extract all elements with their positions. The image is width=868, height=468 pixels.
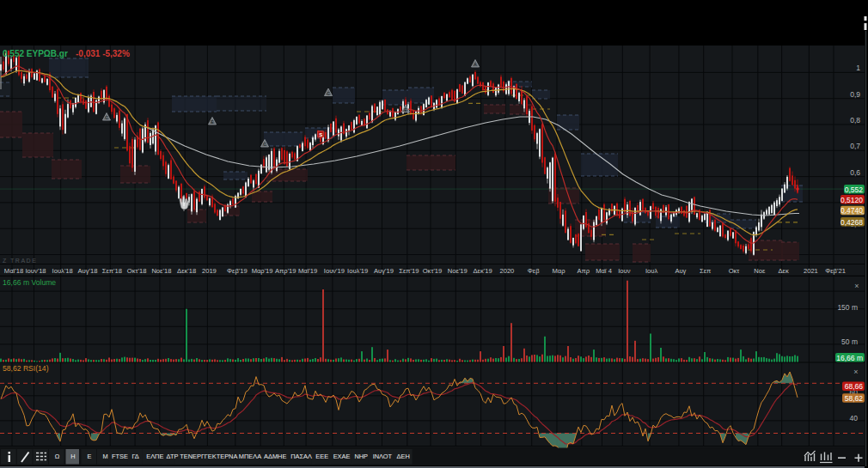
svg-text:16,66 m: 16,66 m xyxy=(836,354,863,362)
svg-text:-0,031 -5,32%: -0,031 -5,32% xyxy=(76,49,130,58)
svg-text:Οκτ: Οκτ xyxy=(729,267,740,275)
svg-text:Σεπ'19: Σεπ'19 xyxy=(399,267,419,275)
svg-text:ΜΠΕΛΑ: ΜΠΕΛΑ xyxy=(239,453,261,460)
svg-text:Οκτ'19: Οκτ'19 xyxy=(423,267,443,275)
svg-text:×: × xyxy=(854,282,859,290)
svg-text:2019: 2019 xyxy=(202,267,217,275)
svg-text:ΑΔΜΗΕ: ΑΔΜΗΕ xyxy=(264,453,286,460)
svg-text:1: 1 xyxy=(856,64,860,72)
svg-text:Νοε'19: Νοε'19 xyxy=(448,267,468,275)
svg-text:0,9: 0,9 xyxy=(850,90,860,99)
svg-text:Δεκ'18: Δεκ'18 xyxy=(177,267,196,275)
svg-text:16,66 m Volume: 16,66 m Volume xyxy=(3,278,56,287)
svg-text:Ιουλ: Ιουλ xyxy=(645,267,657,275)
svg-text:Μαϊ'19: Μαϊ'19 xyxy=(298,267,317,275)
svg-text:Νοε'18: Νοε'18 xyxy=(151,267,171,275)
svg-text:Αυγ'18: Αυγ'18 xyxy=(78,267,98,275)
svg-text:ΓΕΚΤΕΡΝΑ: ΓΕΚΤΕΡΝΑ xyxy=(205,453,238,460)
svg-text:Αυγ'19: Αυγ'19 xyxy=(374,267,394,275)
svg-text:Ιουλ'18: Ιουλ'18 xyxy=(52,267,73,275)
svg-text:Οκτ'18: Οκτ'18 xyxy=(127,267,147,275)
svg-text:Ε: Ε xyxy=(88,453,92,460)
svg-text:Ιουν'19: Ιουν'19 xyxy=(324,267,345,275)
svg-text:0,4268: 0,4268 xyxy=(840,218,863,227)
svg-text:2020: 2020 xyxy=(499,267,514,275)
svg-text:Z TRADE: Z TRADE xyxy=(3,258,37,264)
svg-text:150 m: 150 m xyxy=(837,303,858,312)
svg-text:0,552 ΕΥΡΩΒ.gr: 0,552 ΕΥΡΩΒ.gr xyxy=(3,49,68,58)
svg-text:ΓΔ: ΓΔ xyxy=(131,453,138,460)
svg-text:Ιουν: Ιουν xyxy=(618,267,630,275)
svg-text:Μαρ: Μαρ xyxy=(552,267,565,275)
svg-text:Μ: Μ xyxy=(102,453,107,460)
svg-text:ΕΧΑΕ: ΕΧΑΕ xyxy=(333,453,351,460)
svg-text:Σεπ'18: Σεπ'18 xyxy=(102,267,122,275)
svg-text:ΕΕΕ: ΕΕΕ xyxy=(315,453,328,460)
svg-text:ΔΕΗ: ΔΕΗ xyxy=(397,453,410,460)
svg-text:Σεπ: Σεπ xyxy=(700,267,711,275)
svg-text:Αυγ: Αυγ xyxy=(675,267,686,275)
svg-text:Φεβ'19: Φεβ'19 xyxy=(227,267,248,275)
svg-text:Ιουλ'19: Ιουλ'19 xyxy=(347,267,368,275)
svg-text:58,62: 58,62 xyxy=(845,394,864,403)
svg-text:ΕΛΠΕ: ΕΛΠΕ xyxy=(146,453,163,460)
svg-text:Μαρ'19: Μαρ'19 xyxy=(252,267,273,275)
svg-text:68,66: 68,66 xyxy=(845,382,864,391)
svg-text:C: C xyxy=(263,142,266,147)
svg-text:40: 40 xyxy=(850,414,859,422)
svg-text:0,6: 0,6 xyxy=(850,168,860,177)
svg-text:C: C xyxy=(105,115,108,120)
svg-text:×: × xyxy=(853,368,858,376)
svg-text:ΔΤΡ: ΔΤΡ xyxy=(167,453,179,460)
svg-text:Φεβ'21: Φεβ'21 xyxy=(825,267,846,275)
svg-text:Απρ: Απρ xyxy=(577,267,590,275)
svg-text:Μαϊ'18: Μαϊ'18 xyxy=(4,267,23,275)
svg-text:Δεκ: Δεκ xyxy=(778,267,788,275)
svg-text:2021: 2021 xyxy=(804,267,818,275)
svg-text:0,7: 0,7 xyxy=(850,142,860,150)
svg-text:Δεκ'19: Δεκ'19 xyxy=(474,267,492,275)
svg-text:Απρ'19: Απρ'19 xyxy=(275,267,296,275)
svg-text:ΤΕΝΕΡΓ: ΤΕΝΕΡΓ xyxy=(180,453,205,460)
svg-text:C: C xyxy=(327,91,330,96)
svg-text:0,5120: 0,5120 xyxy=(840,196,863,204)
svg-text:0,8: 0,8 xyxy=(850,116,860,125)
svg-text:Μαϊ 4: Μαϊ 4 xyxy=(596,267,612,275)
svg-text:ΙΝΛΟΤ: ΙΝΛΟΤ xyxy=(373,453,393,460)
svg-text:Φεβ: Φεβ xyxy=(528,267,540,275)
svg-text:0,552: 0,552 xyxy=(845,185,864,194)
svg-text:Ω: Ω xyxy=(55,453,60,460)
svg-text:S: S xyxy=(319,132,322,137)
svg-text:50 m: 50 m xyxy=(841,337,858,346)
svg-text:Η: Η xyxy=(70,453,75,460)
svg-text:Νοε: Νοε xyxy=(754,267,766,275)
svg-text:Ιουν'18: Ιουν'18 xyxy=(25,267,46,275)
svg-text:58,62 RSI(14): 58,62 RSI(14) xyxy=(3,364,49,373)
svg-text:ΠΑΣΑΛ: ΠΑΣΑΛ xyxy=(290,453,312,460)
svg-text:ΝΗΡ: ΝΗΡ xyxy=(354,453,368,460)
svg-text:FTSE: FTSE xyxy=(112,453,128,460)
